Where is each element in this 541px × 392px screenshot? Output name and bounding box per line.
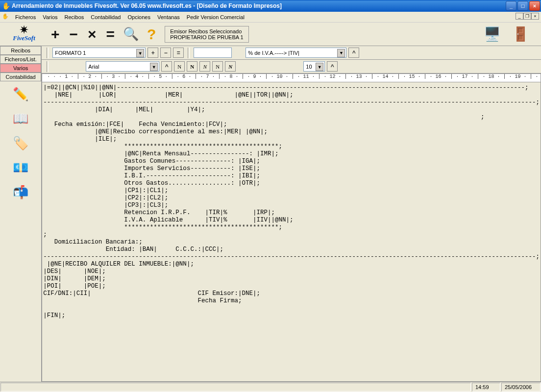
style-n2-button[interactable]: N <box>187 61 197 72</box>
mailbox-icon[interactable]: 📬 <box>11 183 30 201</box>
ruler-text: · · · 1 · | · 2 · | · 3 · | · 4 · | · 5 … <box>42 74 541 79</box>
main-toolbar: ✷ FiveSoft + − × = 🔍 ? Emisor Recibos Se… <box>0 23 541 46</box>
menu-ficheros[interactable]: Ficheros <box>12 13 39 21</box>
tag-icon[interactable]: 🏷️ <box>11 134 30 152</box>
menu-hand-icon: ✋ <box>2 13 10 21</box>
sidebar-tab-recibos[interactable]: Recibos <box>0 46 41 55</box>
font-toolbar: Arial ^ N N N N N 10 ^ <box>42 60 541 74</box>
minimize-button[interactable]: _ <box>506 1 516 11</box>
style-n5-button[interactable]: N <box>225 61 236 72</box>
sidebar-tab-contabilidad[interactable]: Contabilidad <box>0 73 41 81</box>
menu-recibos[interactable]: Recibos <box>61 13 88 21</box>
emisor-line2: PROPIETARIO DE PRUEBA 1 <box>170 34 244 40</box>
op-minus-button[interactable]: − <box>65 26 83 43</box>
menu-ventanas[interactable]: Ventanas <box>154 13 183 21</box>
sidebar-tab-ficheros[interactable]: Ficheros/List. <box>0 55 41 64</box>
font-select[interactable]: Arial <box>86 61 159 72</box>
menu-varios[interactable]: Varios <box>39 13 61 21</box>
emisor-line1: Emisor Recibos Seleccionado <box>170 28 244 34</box>
field-caret-button[interactable]: ^ <box>348 48 359 58</box>
style-n1-button[interactable]: N <box>174 61 185 72</box>
maximize-button[interactable]: □ <box>517 1 528 11</box>
exit-door-icon[interactable]: 🚪 <box>511 24 530 44</box>
menu-contabilidad[interactable]: Contabilidad <box>87 13 124 21</box>
app-icon: ✋ <box>2 2 10 10</box>
mdi-restore-button[interactable]: ❐ <box>523 13 531 20</box>
style-n3-button[interactable]: N <box>199 61 210 72</box>
empty-field[interactable] <box>194 48 232 58</box>
op-times-button[interactable]: × <box>83 26 101 43</box>
mdi-close-button[interactable]: × <box>531 13 539 20</box>
safe-icon[interactable]: 💶 <box>11 159 30 176</box>
format-add-button[interactable]: + <box>148 48 158 58</box>
sidebar: Recibos Ficheros/List. Varios Contabilid… <box>0 46 42 382</box>
pencils-icon[interactable]: ✏️ <box>11 85 30 103</box>
fontsize-select[interactable]: 10 <box>303 61 325 72</box>
close-button[interactable]: × <box>529 1 540 11</box>
status-time: 14:59 <box>472 383 500 392</box>
format-select[interactable]: FORMATO 1 <box>52 48 146 58</box>
size-caret-button[interactable]: ^ <box>327 61 338 72</box>
help-icon[interactable]: ? <box>142 25 161 44</box>
mdi-minimize-button[interactable]: _ <box>516 13 523 20</box>
style-n4-button[interactable]: N <box>212 61 223 72</box>
status-date: 25/05/2006 <box>501 383 541 392</box>
status-main <box>0 383 471 392</box>
logo: ✷ FiveSoft <box>2 24 46 45</box>
titlebar: ✋ Arrendamiento de Inmuebles Fivesoft. V… <box>0 0 541 12</box>
titlebar-text: Arrendamiento de Inmuebles Fivesoft. Ver… <box>12 2 506 9</box>
template-editor[interactable]: |=02||@CN||%10||@NN|--------------------… <box>42 82 541 382</box>
field-select[interactable]: % de I.V.A.-----> |TIV| <box>246 48 346 58</box>
search-icon[interactable]: 🔍 <box>122 25 140 44</box>
menubar: ✋ Ficheros Varios Recibos Contabilidad O… <box>0 12 541 23</box>
op-equals-button[interactable]: = <box>101 26 120 43</box>
logo-text: FiveSoft <box>13 34 35 42</box>
book-icon[interactable]: 📖 <box>11 110 30 127</box>
ruler: · · · 1 · | · 2 · | · 3 · | · 4 · | · 5 … <box>42 74 541 82</box>
menu-opciones[interactable]: Opciones <box>124 13 153 21</box>
menu-pedir-version[interactable]: Pedir Version Comercial <box>183 13 248 21</box>
format-toolbar: FORMATO 1 + − = % de I.V.A.-----> |TIV| … <box>42 46 541 60</box>
monitor-icon[interactable]: 🖥️ <box>482 24 502 44</box>
emisor-info-panel: Emisor Recibos Seleccionado PROPIETARIO … <box>165 26 249 43</box>
editor-content[interactable]: |=02||@CN||%10||@NN|--------------------… <box>42 82 541 321</box>
font-caret-button[interactable]: ^ <box>161 61 172 72</box>
op-plus-button[interactable]: + <box>46 26 65 43</box>
statusbar: 14:59 25/05/2006 <box>0 382 541 392</box>
format-eq-button[interactable]: = <box>173 48 184 58</box>
format-remove-button[interactable]: − <box>160 48 171 58</box>
sidebar-tab-varios[interactable]: Varios <box>0 64 41 73</box>
